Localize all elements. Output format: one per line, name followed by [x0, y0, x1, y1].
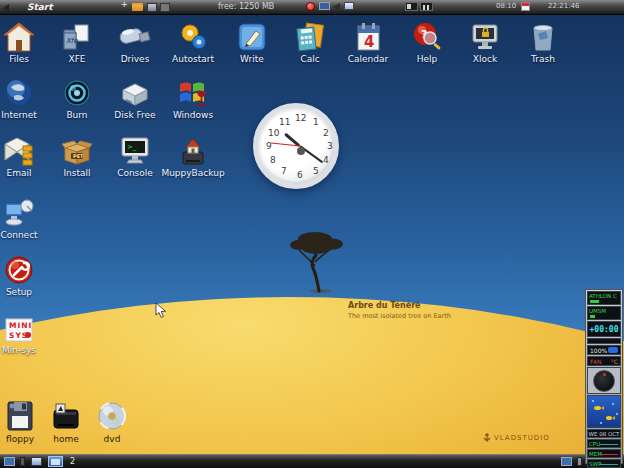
- desktop-icon-dvd[interactable]: dvd: [84, 400, 140, 444]
- free-memory-label: free: 1250 MB: [218, 2, 274, 11]
- wallpaper-subtitle: The most isolated tree on Earth: [348, 312, 451, 320]
- pen-icon: [224, 20, 280, 52]
- gears-icon: [165, 20, 221, 52]
- lock-screen-icon: [457, 20, 513, 52]
- desktop-icon-install[interactable]: PET Install: [49, 134, 105, 178]
- desktop-icon-internet[interactable]: Internet: [0, 76, 47, 120]
- desktop-icon-xlock[interactable]: Xlock: [457, 20, 513, 64]
- usb-drive-icon: [107, 20, 163, 52]
- icon-label: Burn: [49, 110, 105, 120]
- add-icon[interactable]: +: [121, 0, 128, 9]
- desktop-icon-muppybackup[interactable]: MuppyBackup: [158, 134, 228, 178]
- battery-badge-icon: [608, 347, 618, 353]
- screenshot-tray-icon[interactable]: [344, 2, 354, 10]
- analog-clock-widget[interactable]: 12 1 2 3 4 5 6 7 8 9 10 11: [253, 103, 339, 189]
- monitor-row-mem: MEM: [587, 449, 621, 458]
- icon-label: MuppyBackup: [158, 168, 228, 178]
- dvd-disc-icon: [84, 400, 140, 432]
- workspace-indicator[interactable]: 2: [70, 457, 75, 466]
- terminal-icon: >_: [107, 134, 163, 166]
- svg-text:>_: >_: [127, 143, 137, 151]
- tray-icon-handle[interactable]: [577, 457, 582, 466]
- calendar-tray-icon[interactable]: [521, 2, 530, 11]
- clock-number: 8: [270, 155, 276, 165]
- desktop-icon-connect[interactable]: Connect: [0, 196, 47, 240]
- host-label: ATHLON C: [588, 292, 620, 299]
- mini-sys-icon: MINISYS: [0, 311, 47, 343]
- workspace-pager-2[interactable]: [420, 2, 433, 11]
- desktop-icon-write[interactable]: Write: [224, 20, 280, 64]
- desktop-icon-minsys[interactable]: MINISYS Min-sys: [0, 311, 47, 355]
- clock-number: 5: [313, 166, 319, 176]
- record-tray-icon[interactable]: [306, 2, 315, 11]
- folder-tray-icon[interactable]: [132, 3, 143, 11]
- monitor-date-panel: WE 08 OCT: [587, 429, 621, 438]
- svg-text:MINI: MINI: [9, 321, 32, 330]
- desktop-icon-trash[interactable]: Trash: [515, 20, 571, 64]
- clock-number: 1: [313, 117, 319, 127]
- desktop-icon-calendar[interactable]: 4 Calendar: [340, 20, 396, 64]
- desktop-icon-burn[interactable]: Burn: [49, 76, 105, 120]
- backup-house-icon: [158, 134, 228, 166]
- active-task-icon: [51, 459, 60, 465]
- display-tray-icon[interactable]: [319, 2, 330, 10]
- icon-label: dvd: [84, 434, 140, 444]
- icon-label: Trash: [515, 54, 571, 64]
- desktop-icon-drives[interactable]: Drives: [107, 20, 163, 64]
- clock-center-cap: [297, 147, 305, 155]
- top-taskbar: Start + free: 1250 MB 08:10 22:21:46: [0, 0, 624, 15]
- collapse-arrow-icon[interactable]: [3, 4, 9, 12]
- icon-label: Internet: [0, 110, 47, 120]
- start-globe-icon[interactable]: [13, 2, 23, 12]
- desktop-icon-xfe[interactable]: Xfe XFE: [49, 20, 105, 64]
- icon-label: Calc: [282, 54, 338, 64]
- tray-icon-display[interactable]: [561, 457, 572, 466]
- connect-dish-icon: [0, 196, 47, 228]
- fan-label: FAN: [590, 358, 602, 365]
- desktop-icon-files[interactable]: Files: [0, 20, 47, 64]
- task-icon-image[interactable]: [31, 457, 42, 466]
- svg-text:PET: PET: [73, 153, 84, 159]
- volume-tray-icon[interactable]: [333, 3, 340, 11]
- icon-label: Files: [0, 54, 47, 64]
- desktop-icon-autostart[interactable]: Autostart: [165, 20, 221, 64]
- desktop-icon-setup[interactable]: Setup: [0, 253, 47, 297]
- system-monitor[interactable]: ATHLON C UMSM +00:00 100% FAN°C WE 08 OC…: [585, 289, 623, 464]
- clock-number: 4: [323, 155, 329, 165]
- desktop-icon-help[interactable]: ? Help: [399, 20, 455, 64]
- temp-unit: °C: [611, 358, 618, 365]
- sys-label: UMSM: [588, 307, 620, 314]
- uptime-value: +00:00: [588, 322, 620, 336]
- desktop-icon-console[interactable]: >_ Console: [107, 134, 163, 178]
- dial-marker: [603, 373, 606, 376]
- icon-label: Setup: [0, 287, 47, 297]
- calendar-icon: 4: [340, 20, 396, 52]
- temp-gradient-bar: [587, 338, 621, 344]
- drawer-tray-icon[interactable]: [160, 3, 170, 12]
- monitor-row-cpu: CPU: [587, 439, 621, 448]
- icon-label: Drives: [107, 54, 163, 64]
- workspace-pager-1[interactable]: [405, 2, 418, 11]
- credit-text: VLADSTUDIO: [494, 434, 550, 442]
- svg-text:4: 4: [364, 33, 374, 51]
- desktop-icon-diskfree[interactable]: Disk Free: [107, 76, 163, 120]
- load-value: 100%: [590, 347, 607, 354]
- icon-label: Install: [49, 168, 105, 178]
- monitor-date: WE 08 OCT: [588, 430, 620, 437]
- window-tray-icon[interactable]: [147, 3, 157, 12]
- active-task-button[interactable]: [48, 456, 63, 467]
- monitor-row-swp: SWP: [587, 459, 621, 468]
- clock-number: 12: [295, 113, 306, 123]
- svg-text:Xfe: Xfe: [66, 37, 78, 45]
- task-icon-display[interactable]: [4, 457, 15, 466]
- clock-number: 2: [323, 128, 329, 138]
- start-button[interactable]: Start: [27, 2, 53, 12]
- task-icon-drive[interactable]: [20, 457, 25, 466]
- desktop-icon-calc[interactable]: Calc: [282, 20, 338, 64]
- desktop-icon-windows[interactable]: Windows: [165, 76, 221, 120]
- monitor-dial-panel[interactable]: [587, 367, 621, 394]
- clock-number: 7: [281, 166, 287, 176]
- wrench-icon: [0, 253, 47, 285]
- house-icon: [0, 20, 47, 52]
- desktop-icon-email[interactable]: Email: [0, 134, 47, 178]
